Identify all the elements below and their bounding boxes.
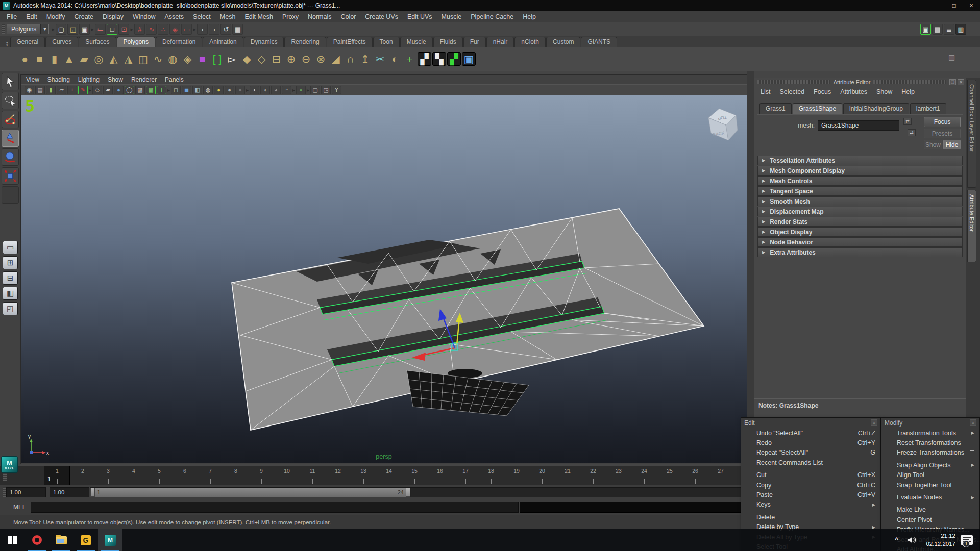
menu-select[interactable]: Select <box>188 11 215 22</box>
extract-icon[interactable]: ⊟ <box>270 52 283 66</box>
option-box-icon[interactable] <box>970 450 974 455</box>
ae-section-displacement-map[interactable]: ▶Displacement Map <box>757 207 963 216</box>
shelf-tab-nhair[interactable]: nHair <box>486 37 514 47</box>
menu-item-keys[interactable]: Keys▶ <box>741 500 880 510</box>
lasso-select-tool[interactable] <box>2 92 19 109</box>
menu-item-cut[interactable]: CutCtrl+X <box>741 470 880 480</box>
taskbar-file-explorer[interactable] <box>49 529 74 551</box>
menu-window[interactable]: Window <box>128 11 160 22</box>
uv-texture-cube-icon[interactable]: ■ <box>195 52 209 66</box>
highlight-selection-icon[interactable]: ▣ <box>920 24 931 35</box>
menu-item-paste[interactable]: PasteCtrl+V <box>741 490 880 499</box>
poly-helix-icon[interactable]: ∿ <box>151 52 165 66</box>
tray-expand-icon[interactable]: ^ <box>895 536 899 543</box>
show-button[interactable]: Show <box>924 140 942 149</box>
poly-torus-icon[interactable]: ◎ <box>92 52 106 66</box>
menu-proxy[interactable]: Proxy <box>278 11 303 22</box>
menu-item-freeze-transformations[interactable]: Freeze Transformations <box>881 448 979 458</box>
poly-cone-icon[interactable]: ▲ <box>62 52 76 66</box>
construction-history-icon[interactable]: ↺ <box>220 24 231 35</box>
smooth-shade-icon[interactable]: ● <box>114 86 124 94</box>
ae-menu-attributes[interactable]: Attributes <box>840 88 867 95</box>
camera-attributes-icon[interactable]: ▤ <box>35 86 45 94</box>
bevel-icon[interactable]: ◢ <box>329 52 342 66</box>
group-collapse-icon[interactable]: ▸ <box>130 26 134 33</box>
multi-cut-icon[interactable]: ✂ <box>373 52 387 66</box>
menu-item-snap-align-objects[interactable]: Snap Align Objects▶ <box>881 460 979 470</box>
poly-plane-icon[interactable]: ▰ <box>77 52 91 66</box>
side-tab-attribute-editor[interactable]: Attribute Editor <box>967 190 976 262</box>
pan-zoom-icon[interactable]: + <box>67 86 77 94</box>
ae-tab-initialshadinggroup[interactable]: initialShadingGroup <box>843 103 909 114</box>
menu-color[interactable]: Color <box>336 11 360 22</box>
menu-item-undo-selectall[interactable]: Undo "SelectAll"Ctrl+Z <box>741 428 880 438</box>
volume-icon[interactable] <box>908 536 916 544</box>
poly-sphere-icon[interactable]: ● <box>18 52 32 66</box>
save-scene-icon[interactable]: ▣ <box>79 24 90 35</box>
default-light-icon[interactable]: ● <box>214 86 224 94</box>
taskbar-giants-editor[interactable]: G <box>74 529 98 551</box>
layout-two-pane[interactable]: ⊟ <box>3 271 18 285</box>
panel-menu-view[interactable]: View <box>26 76 39 83</box>
panel-menu-renderer[interactable]: Renderer <box>131 76 157 83</box>
command-input[interactable] <box>31 502 519 513</box>
separate-icon[interactable]: ◇ <box>255 52 268 66</box>
menu-assets[interactable]: Assets <box>160 11 189 22</box>
command-output[interactable] <box>520 502 743 513</box>
snap-grid-icon[interactable]: # <box>134 24 145 35</box>
shelf-tab-menu-buttons[interactable]: ▾▾ <box>6 41 8 46</box>
layout-four-pane[interactable]: ⊞ <box>3 256 18 269</box>
layout-outliner-persp[interactable]: ◧ <box>3 287 18 300</box>
menu-item-evaluate-nodes[interactable]: Evaluate Nodes▶ <box>881 492 979 502</box>
snap-point-icon[interactable]: ∴ <box>158 24 168 35</box>
ae-section-extra-attributes[interactable]: ▶Extra Attributes <box>757 247 963 257</box>
ae-close-icon[interactable]: ✕ <box>958 79 964 85</box>
shelf-tab-curves[interactable]: Curves <box>45 37 78 47</box>
isolate-b-icon[interactable]: ◼ <box>182 86 191 94</box>
hide-button[interactable]: Hide <box>943 140 961 149</box>
ae-tab-grass1[interactable]: Grass1 <box>760 103 792 114</box>
swap-node-icon[interactable]: ⇄ <box>903 118 912 125</box>
reference-window-icon[interactable]: ▣ <box>462 52 476 66</box>
menu-item-redo[interactable]: RedoCtrl+Y <box>741 438 880 447</box>
ae-section-node-behavior[interactable]: ▶Node Behavior <box>757 237 963 247</box>
select-object-icon[interactable]: □ <box>107 24 117 35</box>
anim-start-field[interactable]: 1.00 <box>50 487 89 497</box>
poly-prism-icon[interactable]: ◭ <box>107 52 120 66</box>
poly-platonic-icon[interactable]: ◈ <box>181 52 194 66</box>
menu-set-dropdown[interactable]: Polygons ▼ <box>7 24 49 34</box>
group-collapse-icon[interactable]: ▸ <box>90 26 94 33</box>
snap-curve-icon[interactable]: ∿ <box>146 24 157 35</box>
ae-section-tangent-space[interactable]: ▶Tangent Space <box>757 186 963 196</box>
ae-menu-help[interactable]: Help <box>901 88 915 95</box>
node-links-icon[interactable]: Y <box>332 86 341 94</box>
menu-item-make-live[interactable]: Make Live <box>881 505 979 515</box>
maya-ui-toggle-icon[interactable]: MMAYA <box>1 456 18 473</box>
textured-icon[interactable]: ▩ <box>146 86 156 94</box>
panel-menu-show[interactable]: Show <box>108 76 123 83</box>
modify-menu-titlebar[interactable]: Modify x <box>881 418 979 428</box>
all-lights-icon[interactable]: ● <box>225 86 234 94</box>
panel-menu-shading[interactable]: Shading <box>47 76 70 83</box>
shelf-tab-surfaces[interactable]: Surfaces <box>79 37 116 47</box>
isolate-c-icon[interactable]: ◧ <box>192 86 202 94</box>
poly-pyramid-icon[interactable]: ◮ <box>121 52 135 66</box>
time-slider[interactable]: 1 12345678910111213141516171819202122232… <box>0 466 747 485</box>
notification-icon[interactable]: 1 <box>961 535 973 545</box>
shelf-tab-giants[interactable]: GIANTS <box>581 37 617 47</box>
menu-edit-uvs[interactable]: Edit UVs <box>403 11 437 22</box>
select-tool[interactable] <box>2 73 19 90</box>
menu-edit[interactable]: Edit <box>21 11 42 22</box>
giants-export-b-icon[interactable]: ▚ <box>432 52 446 66</box>
title-bar[interactable]: M Autodesk Maya 2014: C:\Users\mario\Des… <box>0 0 980 11</box>
xray-icon[interactable]: ◗ <box>250 86 259 94</box>
boolean-union-icon[interactable]: ⊕ <box>284 52 298 66</box>
attribute-editor-icon[interactable]: ▥ <box>955 24 966 35</box>
ae-section-object-display[interactable]: ▶Object Display <box>757 227 963 237</box>
start-button[interactable] <box>0 529 24 551</box>
snap-view-plane-icon[interactable]: ▭ <box>181 24 192 35</box>
shelf-tab-deformation[interactable]: Deformation <box>156 37 202 47</box>
rotate-tool[interactable] <box>2 148 19 166</box>
shelf-tab-toon[interactable]: Toon <box>373 37 400 47</box>
manipulator-center-handle[interactable] <box>451 344 458 350</box>
